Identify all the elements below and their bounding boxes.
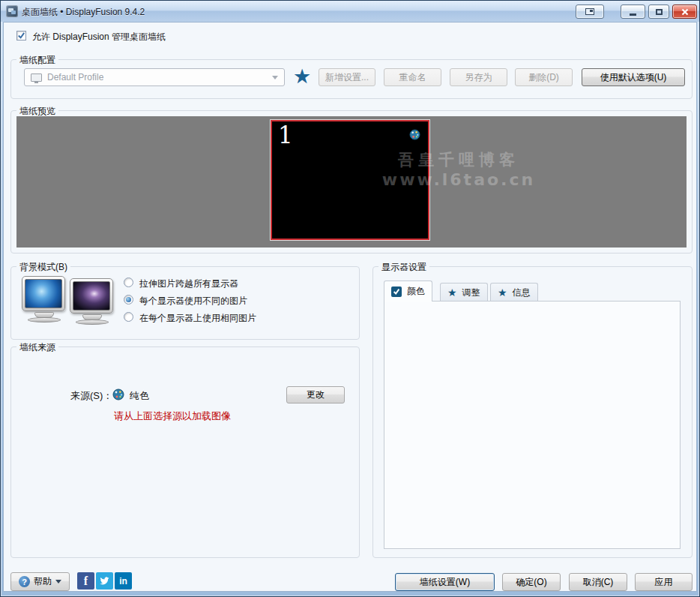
wallpaper-settings-button[interactable]: 墙纸设置(W) bbox=[395, 573, 495, 591]
monitor-base bbox=[76, 320, 109, 325]
tab-adjust-label: 调整 bbox=[462, 286, 480, 299]
tab-color-label: 颜色 bbox=[407, 285, 425, 298]
twitter-icon[interactable] bbox=[96, 572, 113, 590]
window-title: 桌面墙纸 • DisplayFusion 9.4.2 bbox=[22, 6, 145, 19]
change-source-button[interactable]: 更改 bbox=[286, 386, 345, 404]
wallpaper-preview-canvas[interactable]: 1 吾皇千哩博客 www.l6tao.cn bbox=[16, 116, 687, 248]
tab-info[interactable]: ★ 信息 bbox=[490, 283, 538, 302]
monitor-number-label: 1 bbox=[278, 122, 293, 148]
allow-manage-label: 允许 DisplayFusion 管理桌面墙纸 bbox=[32, 31, 166, 44]
solid-color-icon bbox=[112, 388, 124, 400]
preview-monitor-1[interactable]: 1 bbox=[271, 120, 429, 240]
mode-span-radio[interactable] bbox=[124, 278, 133, 287]
color-tab-panel bbox=[384, 301, 681, 549]
save-as-profile-label: 另存为 bbox=[465, 71, 492, 84]
close-button[interactable] bbox=[672, 4, 697, 19]
monitor-profile-icon bbox=[31, 74, 42, 82]
source-hint-text: 请从上面选择源以加载图像 bbox=[114, 410, 231, 423]
check-icon bbox=[17, 32, 25, 40]
source-group-title: 墙纸来源 bbox=[16, 341, 58, 354]
source-label: 来源(S)： bbox=[70, 389, 112, 403]
app-icon bbox=[6, 5, 18, 17]
new-profile-label: 新增设置... bbox=[325, 71, 369, 84]
question-icon: ? bbox=[19, 576, 30, 587]
profile-group-title: 墙纸配置 bbox=[16, 54, 58, 67]
profile-select[interactable]: Default Profile bbox=[24, 68, 285, 86]
use-defaults-button[interactable]: 使用默认选项(U) bbox=[582, 68, 685, 86]
mode-same-radio[interactable] bbox=[124, 312, 133, 322]
mode-different-radio[interactable] bbox=[124, 295, 133, 304]
monitor-base bbox=[28, 317, 61, 322]
rename-profile-label: 重命名 bbox=[399, 71, 426, 84]
ok-button[interactable]: 确定(O) bbox=[502, 573, 561, 591]
cancel-label: 取消(C) bbox=[583, 576, 614, 589]
apply-label: 应用 bbox=[655, 576, 673, 589]
chevron-down-icon bbox=[55, 580, 61, 584]
move-to-monitor-button[interactable] bbox=[576, 4, 604, 19]
minimize-icon bbox=[630, 14, 636, 16]
solid-color-source-icon bbox=[409, 129, 420, 140]
galaxy-monitor-image bbox=[70, 278, 113, 314]
tab-adjust[interactable]: ★ 调整 bbox=[440, 283, 488, 302]
change-source-label: 更改 bbox=[307, 388, 325, 401]
profile-select-value: Default Profile bbox=[47, 72, 103, 82]
tab-info-label: 信息 bbox=[513, 286, 531, 299]
mode-span-label: 拉伸图片跨越所有显示器 bbox=[139, 278, 238, 290]
linkedin-icon[interactable]: in bbox=[115, 572, 132, 590]
source-value: 纯色 bbox=[130, 389, 149, 403]
facebook-icon[interactable]: f bbox=[77, 572, 94, 590]
favorite-star-icon[interactable]: ★ bbox=[293, 68, 311, 86]
wallpaper-settings-label: 墙纸设置(W) bbox=[420, 576, 470, 589]
earth-monitor-image bbox=[22, 276, 65, 311]
source-group bbox=[10, 346, 360, 558]
use-defaults-label: 使用默认选项(U) bbox=[600, 71, 667, 84]
save-as-profile-button[interactable]: 另存为 bbox=[450, 68, 507, 86]
chevron-down-icon bbox=[272, 76, 278, 80]
delete-profile-label: 删除(D) bbox=[528, 71, 559, 84]
titlebar[interactable]: 桌面墙纸 • DisplayFusion 9.4.2 bbox=[1, 1, 699, 22]
close-icon bbox=[681, 8, 689, 16]
help-label: 帮助 bbox=[34, 575, 52, 588]
maximize-button[interactable] bbox=[648, 4, 669, 19]
delete-profile-button[interactable]: 删除(D) bbox=[515, 68, 573, 86]
ok-label: 确定(O) bbox=[516, 576, 546, 589]
background-mode-group-title: 背景模式(B) bbox=[16, 261, 70, 274]
dialog-client-area: 允许 DisplayFusion 管理桌面墙纸 墙纸配置 Default Pro… bbox=[3, 22, 697, 592]
minimize-button[interactable] bbox=[621, 4, 645, 19]
mode-different-label: 每个显示器使用不同的图片 bbox=[139, 295, 247, 308]
allow-manage-checkbox[interactable] bbox=[16, 31, 26, 40]
checked-checkbox-icon bbox=[391, 286, 402, 297]
help-button[interactable]: ? 帮助 bbox=[10, 572, 70, 591]
monitor-icon bbox=[585, 8, 594, 15]
twitter-bird-icon bbox=[99, 575, 110, 586]
cancel-button[interactable]: 取消(C) bbox=[569, 573, 627, 591]
monitor-settings-group-title: 显示器设置 bbox=[378, 261, 429, 274]
mode-same-label: 在每个显示器上使用相同图片 bbox=[139, 312, 256, 325]
rename-profile-button[interactable]: 重命名 bbox=[384, 68, 441, 86]
apply-button[interactable]: 应用 bbox=[635, 573, 693, 591]
star-icon: ★ bbox=[447, 286, 457, 298]
maximize-icon bbox=[656, 9, 663, 15]
star-icon: ★ bbox=[498, 286, 507, 298]
new-profile-button[interactable]: 新增设置... bbox=[319, 68, 375, 86]
tab-color[interactable]: 颜色 bbox=[384, 280, 432, 302]
displayfusion-wallpaper-window: 桌面墙纸 • DisplayFusion 9.4.2 允许 DisplayFus… bbox=[0, 0, 700, 597]
